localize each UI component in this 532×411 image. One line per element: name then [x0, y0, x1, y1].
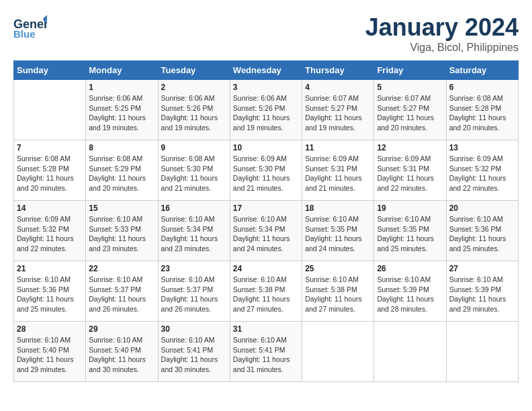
- day-info: Sunrise: 6:06 AM Sunset: 5:26 PM Dayligh…: [233, 93, 299, 133]
- day-number: 8: [89, 143, 154, 152]
- calendar-cell: 28Sunrise: 6:10 AM Sunset: 5:40 PM Dayli…: [14, 322, 86, 382]
- calendar-week-row: 1Sunrise: 6:06 AM Sunset: 5:25 PM Daylig…: [14, 80, 519, 140]
- weekday-header: Tuesday: [158, 61, 230, 80]
- day-number: 21: [17, 264, 83, 273]
- day-number: 25: [305, 264, 371, 273]
- day-info: Sunrise: 6:06 AM Sunset: 5:25 PM Dayligh…: [89, 93, 154, 133]
- day-info: Sunrise: 6:10 AM Sunset: 5:34 PM Dayligh…: [233, 214, 299, 254]
- day-info: Sunrise: 6:09 AM Sunset: 5:31 PM Dayligh…: [377, 154, 443, 193]
- calendar-cell: 22Sunrise: 6:10 AM Sunset: 5:37 PM Dayli…: [86, 261, 158, 322]
- day-info: Sunrise: 6:10 AM Sunset: 5:40 PM Dayligh…: [89, 335, 154, 375]
- title-block: January 2024 Viga, Bicol, Philippines: [365, 13, 519, 54]
- day-info: Sunrise: 6:09 AM Sunset: 5:32 PM Dayligh…: [449, 154, 515, 193]
- day-number: 23: [161, 264, 227, 273]
- calendar-cell: 26Sunrise: 6:10 AM Sunset: 5:39 PM Dayli…: [374, 261, 446, 322]
- weekday-header: Thursday: [302, 61, 374, 80]
- day-number: 18: [305, 203, 371, 213]
- day-info: Sunrise: 6:09 AM Sunset: 5:30 PM Dayligh…: [233, 154, 299, 193]
- day-number: 2: [161, 83, 227, 92]
- day-number: 16: [161, 203, 227, 213]
- day-number: 5: [377, 83, 443, 92]
- calendar-cell: 12Sunrise: 6:09 AM Sunset: 5:31 PM Dayli…: [374, 140, 446, 201]
- day-info: Sunrise: 6:10 AM Sunset: 5:41 PM Dayligh…: [233, 335, 299, 375]
- day-info: Sunrise: 6:10 AM Sunset: 5:40 PM Dayligh…: [17, 335, 83, 375]
- day-number: 15: [89, 203, 154, 213]
- day-info: Sunrise: 6:10 AM Sunset: 5:38 PM Dayligh…: [305, 275, 371, 314]
- day-number: 22: [89, 264, 154, 273]
- day-number: 29: [89, 324, 154, 334]
- calendar-cell: 15Sunrise: 6:10 AM Sunset: 5:33 PM Dayli…: [86, 201, 158, 261]
- day-info: Sunrise: 6:10 AM Sunset: 5:38 PM Dayligh…: [233, 275, 299, 314]
- calendar-week-row: 28Sunrise: 6:10 AM Sunset: 5:40 PM Dayli…: [14, 322, 519, 382]
- day-info: Sunrise: 6:10 AM Sunset: 5:41 PM Dayligh…: [161, 335, 227, 375]
- day-number: 1: [89, 83, 154, 92]
- day-info: Sunrise: 6:10 AM Sunset: 5:37 PM Dayligh…: [89, 275, 154, 314]
- day-number: 24: [233, 264, 299, 273]
- calendar-cell: 16Sunrise: 6:10 AM Sunset: 5:34 PM Dayli…: [158, 201, 230, 261]
- day-info: Sunrise: 6:08 AM Sunset: 5:29 PM Dayligh…: [89, 154, 154, 193]
- day-number: 27: [449, 264, 515, 273]
- calendar-cell: 11Sunrise: 6:09 AM Sunset: 5:31 PM Dayli…: [302, 140, 374, 201]
- day-info: Sunrise: 6:08 AM Sunset: 5:28 PM Dayligh…: [17, 154, 83, 193]
- calendar-cell: 14Sunrise: 6:09 AM Sunset: 5:32 PM Dayli…: [14, 201, 86, 261]
- day-number: 9: [161, 143, 227, 152]
- day-number: 30: [161, 324, 227, 334]
- day-number: 20: [449, 203, 515, 213]
- day-info: Sunrise: 6:10 AM Sunset: 5:36 PM Dayligh…: [17, 275, 83, 314]
- calendar-cell: 24Sunrise: 6:10 AM Sunset: 5:38 PM Dayli…: [230, 261, 302, 322]
- calendar-cell: 25Sunrise: 6:10 AM Sunset: 5:38 PM Dayli…: [302, 261, 374, 322]
- day-info: Sunrise: 6:10 AM Sunset: 5:39 PM Dayligh…: [377, 275, 443, 314]
- calendar-cell: 18Sunrise: 6:10 AM Sunset: 5:35 PM Dayli…: [302, 201, 374, 261]
- day-number: 31: [233, 324, 299, 334]
- calendar-cell: 27Sunrise: 6:10 AM Sunset: 5:39 PM Dayli…: [446, 261, 518, 322]
- day-number: 7: [17, 143, 83, 152]
- calendar-cell: 10Sunrise: 6:09 AM Sunset: 5:30 PM Dayli…: [230, 140, 302, 201]
- day-info: Sunrise: 6:10 AM Sunset: 5:34 PM Dayligh…: [161, 214, 227, 254]
- weekday-header: Sunday: [14, 61, 86, 80]
- day-info: Sunrise: 6:10 AM Sunset: 5:33 PM Dayligh…: [89, 214, 154, 254]
- calendar-cell: 7Sunrise: 6:08 AM Sunset: 5:28 PM Daylig…: [14, 140, 86, 201]
- calendar-cell: 17Sunrise: 6:10 AM Sunset: 5:34 PM Dayli…: [230, 201, 302, 261]
- day-number: 11: [305, 143, 371, 152]
- calendar-cell: [302, 322, 374, 382]
- day-info: Sunrise: 6:10 AM Sunset: 5:35 PM Dayligh…: [377, 214, 443, 254]
- calendar-cell: [446, 322, 518, 382]
- svg-text:Blue: Blue: [13, 28, 36, 40]
- location: Viga, Bicol, Philippines: [365, 42, 519, 54]
- calendar-cell: 13Sunrise: 6:09 AM Sunset: 5:32 PM Dayli…: [446, 140, 518, 201]
- calendar-cell: 19Sunrise: 6:10 AM Sunset: 5:35 PM Dayli…: [374, 201, 446, 261]
- day-number: 3: [233, 83, 299, 92]
- calendar-week-row: 7Sunrise: 6:08 AM Sunset: 5:28 PM Daylig…: [14, 140, 519, 201]
- weekday-header: Wednesday: [230, 61, 302, 80]
- day-info: Sunrise: 6:09 AM Sunset: 5:31 PM Dayligh…: [305, 154, 371, 193]
- day-info: Sunrise: 6:10 AM Sunset: 5:39 PM Dayligh…: [449, 275, 515, 314]
- logo: General Blue: [13, 13, 47, 40]
- day-info: Sunrise: 6:07 AM Sunset: 5:27 PM Dayligh…: [305, 93, 371, 133]
- day-number: 26: [377, 264, 443, 273]
- calendar-week-row: 14Sunrise: 6:09 AM Sunset: 5:32 PM Dayli…: [14, 201, 519, 261]
- calendar-cell: 20Sunrise: 6:10 AM Sunset: 5:36 PM Dayli…: [446, 201, 518, 261]
- day-info: Sunrise: 6:10 AM Sunset: 5:37 PM Dayligh…: [161, 275, 227, 314]
- day-info: Sunrise: 6:08 AM Sunset: 5:30 PM Dayligh…: [161, 154, 227, 193]
- day-info: Sunrise: 6:08 AM Sunset: 5:28 PM Dayligh…: [449, 93, 515, 133]
- calendar-cell: 8Sunrise: 6:08 AM Sunset: 5:29 PM Daylig…: [86, 140, 158, 201]
- day-number: 13: [449, 143, 515, 152]
- day-info: Sunrise: 6:09 AM Sunset: 5:32 PM Dayligh…: [17, 214, 83, 254]
- day-number: 14: [17, 203, 83, 213]
- day-info: Sunrise: 6:10 AM Sunset: 5:35 PM Dayligh…: [305, 214, 371, 254]
- weekday-header-row: SundayMondayTuesdayWednesdayThursdayFrid…: [14, 61, 519, 80]
- calendar-cell: [14, 80, 86, 140]
- calendar-cell: [374, 322, 446, 382]
- day-number: 4: [305, 83, 371, 92]
- day-number: 17: [233, 203, 299, 213]
- calendar-cell: 30Sunrise: 6:10 AM Sunset: 5:41 PM Dayli…: [158, 322, 230, 382]
- day-number: 12: [377, 143, 443, 152]
- calendar-table: SundayMondayTuesdayWednesdayThursdayFrid…: [13, 60, 519, 382]
- calendar-cell: 3Sunrise: 6:06 AM Sunset: 5:26 PM Daylig…: [230, 80, 302, 140]
- calendar-cell: 2Sunrise: 6:06 AM Sunset: 5:26 PM Daylig…: [158, 80, 230, 140]
- calendar-cell: 29Sunrise: 6:10 AM Sunset: 5:40 PM Dayli…: [86, 322, 158, 382]
- calendar-cell: 23Sunrise: 6:10 AM Sunset: 5:37 PM Dayli…: [158, 261, 230, 322]
- day-number: 19: [377, 203, 443, 213]
- day-number: 6: [449, 83, 515, 92]
- day-number: 10: [233, 143, 299, 152]
